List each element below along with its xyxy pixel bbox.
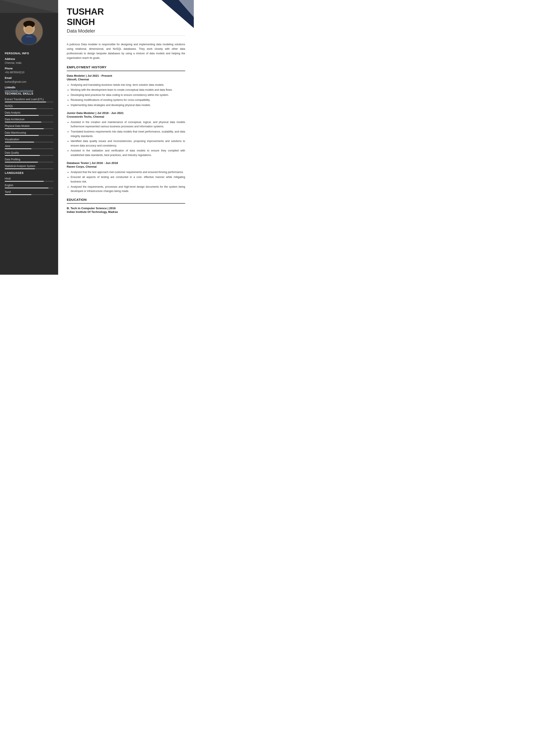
sidebar-top-decoration <box>0 0 58 13</box>
skill-name: NoSQL <box>5 104 53 108</box>
skill-bar-bg <box>5 135 53 136</box>
jobs-list: Data Modeler | Jul 2021 - Present Ubisof… <box>67 74 185 194</box>
phone-value: +91-9876543210 <box>5 70 53 74</box>
skill-bar-bg <box>5 122 53 122</box>
job-company: Raven Corps, Chennai <box>67 165 185 168</box>
language-item: Tamil <box>5 190 53 195</box>
phone-label: Phone <box>5 67 53 70</box>
skill-item: Visualization <box>5 138 53 143</box>
languages-list: Hindi English Tamil <box>5 177 53 195</box>
avatar <box>15 17 43 45</box>
skill-name: Statistical Analysis System <box>5 165 53 168</box>
main-body: A judicious Data modeler is responsible … <box>58 39 194 275</box>
job-bullet: Assisted in the validation and verificat… <box>71 148 185 157</box>
skill-bar-fill <box>5 115 39 116</box>
job-company: Crosswords Techs, Chennai <box>67 115 185 118</box>
sidebar-top-graphic <box>0 0 58 13</box>
personal-info-section: PERSONAL INFO Address Chennai, India Pho… <box>5 52 53 92</box>
education-entry: B. Tech in Computer Science | 2016 India… <box>67 206 185 213</box>
skill-item: NoSQL <box>5 104 53 109</box>
summary-text: A judicious Data modeler is responsible … <box>67 42 185 61</box>
skill-bar-bg <box>5 162 53 162</box>
skills-list: Extract Transform and Load (ETL) NoSQL D… <box>5 98 53 169</box>
linkedin-value[interactable]: www.linkedin.com/in/tushar <box>5 90 53 92</box>
employment-divider <box>67 71 185 71</box>
job-bullet: Developing best practices for data codin… <box>71 93 185 97</box>
sidebar-content: PERSONAL INFO Address Chennai, India Pho… <box>0 47 58 275</box>
edu-degree: B. Tech in Computer Science | 2016 <box>67 206 185 210</box>
job-bullet: Analysed the requirements, processes and… <box>71 185 185 194</box>
skill-bar-fill <box>5 135 39 136</box>
job-bullet: Identified data quality issues and incon… <box>71 139 185 148</box>
skill-name: Visualization <box>5 138 53 141</box>
job-bullets-list: Analysed that the test approach met cust… <box>67 170 185 194</box>
edu-institution: Indian Institute Of Technology, Madras <box>67 210 185 213</box>
skill-bar-fill <box>5 128 44 129</box>
skill-name: Data Quality <box>5 151 53 154</box>
sidebar: PERSONAL INFO Address Chennai, India Pho… <box>0 0 58 275</box>
email-value: tushar@gmail.com <box>5 80 53 84</box>
personal-info-title: PERSONAL INFO <box>5 52 53 55</box>
language-bar-bg <box>5 181 53 182</box>
skill-bar-bg <box>5 155 53 156</box>
job-title: Junior Data Modeler | Jul 2018 - Jun 202… <box>67 111 185 115</box>
skill-bar-bg <box>5 148 53 149</box>
language-bar-bg <box>5 188 53 188</box>
skill-name: Extract Transform and Load (ETL) <box>5 98 53 101</box>
skill-bar-fill <box>5 122 41 122</box>
header-area: TUSHAR SINGH Data Modeler <box>58 0 194 39</box>
skill-bar-fill <box>5 102 46 102</box>
language-bar-fill <box>5 181 44 182</box>
language-bar-fill <box>5 188 48 188</box>
skill-item: Java <box>5 145 53 149</box>
language-name: Hindi <box>5 177 53 180</box>
job-bullet: Working with the development team to cre… <box>71 88 185 92</box>
skill-bar-fill <box>5 148 32 149</box>
language-bar-bg <box>5 194 53 195</box>
language-item: English <box>5 184 53 188</box>
job-bullets-list: Assisted in the creation and maintenance… <box>67 120 185 157</box>
skill-item: Data Architecture <box>5 118 53 122</box>
skill-name: Java <box>5 145 53 148</box>
job-bullets-list: Analysing and translating business needs… <box>67 83 185 108</box>
skill-name: Data Architecture <box>5 118 53 121</box>
skill-bar-bg <box>5 115 53 116</box>
svg-marker-0 <box>0 0 58 13</box>
job-bullet: Reviewing modifications of existing syst… <box>71 98 185 102</box>
skill-item: Statistical Analysis System <box>5 165 53 169</box>
job-company: Ubisoft, Chennai <box>67 78 185 81</box>
skill-name: Data Warehousing <box>5 131 53 134</box>
job-bullet: Ensured all aspects of testing are condu… <box>71 175 185 184</box>
header-job-title: Data Modeler <box>67 28 185 34</box>
main-content: TUSHAR SINGH Data Modeler A judicious Da… <box>58 0 194 275</box>
skill-item: Data Profiling <box>5 158 53 162</box>
skill-item: Data Quality <box>5 151 53 156</box>
skill-bar-fill <box>5 169 35 169</box>
language-bar-fill <box>5 194 32 195</box>
job-bullet: Translated business requirements into da… <box>71 129 185 138</box>
skill-name: Physical Data Models <box>5 124 53 127</box>
language-item: Hindi <box>5 177 53 182</box>
address-value: Chennai, India <box>5 61 53 65</box>
skill-bar-bg <box>5 142 53 143</box>
address-label: Address <box>5 58 53 61</box>
education-divider <box>67 203 185 203</box>
skill-item: Data Analysis <box>5 111 53 116</box>
job-title: Database Tester | Jul 2016 - Jun 2018 <box>67 161 185 165</box>
linkedin-label: LinkedIn <box>5 86 53 89</box>
header-divider <box>67 36 185 36</box>
skill-bar-bg <box>5 102 53 102</box>
skill-bar-fill <box>5 142 34 143</box>
email-label: Email <box>5 76 53 79</box>
skill-bar-fill <box>5 155 40 156</box>
job-entry: Junior Data Modeler | Jul 2018 - Jun 202… <box>67 111 185 157</box>
language-name: Tamil <box>5 190 53 194</box>
employment-section-title: EMPLOYMENT HISTORY <box>67 65 185 69</box>
skills-section: TECHNICAL SKILLS Extract Transform and L… <box>5 92 53 169</box>
job-bullet: Assisted in the creation and maintenance… <box>71 120 185 129</box>
skill-bar-bg <box>5 169 53 169</box>
job-entry: Data Modeler | Jul 2021 - Present Ubisof… <box>67 74 185 108</box>
job-bullet: Implementing data strategies and develop… <box>71 103 185 108</box>
education-section-title: EDUCATION <box>67 198 185 202</box>
skill-bar-fill <box>5 108 37 109</box>
